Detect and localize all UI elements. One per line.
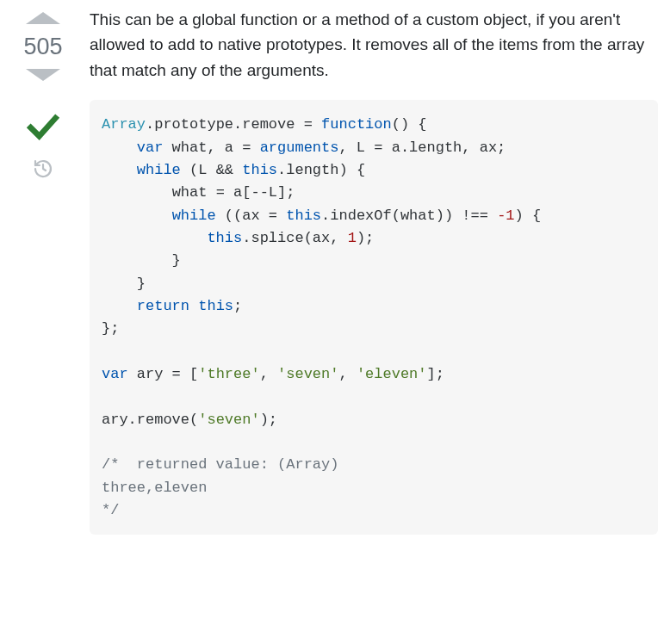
answer-post: 505 This can be a global function or a m… [0,0,670,535]
downvote-icon[interactable] [26,69,60,81]
vote-column: 505 [14,7,72,535]
answer-content: This can be a global function or a metho… [72,7,660,535]
history-icon[interactable] [33,158,53,179]
code-block[interactable]: Array.prototype.remove = function() { va… [90,100,658,534]
upvote-icon[interactable] [26,12,60,24]
vote-count: 505 [23,33,62,60]
accepted-check-icon [26,108,60,143]
answer-text: This can be a global function or a metho… [90,7,658,83]
